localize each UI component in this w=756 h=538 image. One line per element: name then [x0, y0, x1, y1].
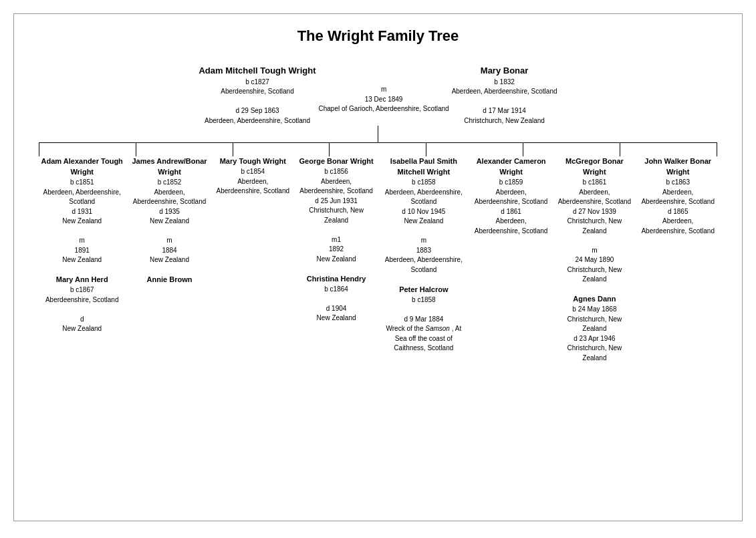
child-john-born-place: Aberdeen, Aberdeenshire, Scotland [640, 188, 716, 207]
child-drops [39, 143, 718, 156]
child-george-spouse-died-place: New Zealand [298, 313, 374, 323]
marriage-node: m 13 Dec 1849 Chapel of Garioch, Aberdee… [318, 65, 451, 114]
drop-5 [426, 143, 426, 156]
child-john-died: d 1865 [640, 207, 716, 217]
child-isabella-name: Isabella Paul Smith Mitchell Wright [382, 156, 466, 178]
child-isabella-spouse-born: b c1858 [382, 295, 466, 305]
drop-4 [329, 143, 330, 156]
father-born-place: Aberdeenshire, Scotland [199, 87, 316, 97]
mother-name: Mary Bonar [452, 65, 557, 78]
child-adam-m-label: m [40, 236, 124, 246]
child-isabella-m-date: 1883 [382, 246, 466, 256]
mother-born-place: Aberdeen, Aberdeenshire, Scotland [452, 87, 557, 97]
child-alexander: Alexander Cameron Wright b c1859 Aberdee… [472, 156, 551, 363]
child-james-spouse-name: Annie Brown [132, 275, 208, 285]
drop-8 [717, 143, 717, 156]
father-name: Adam Mitchell Tough Wright [199, 65, 316, 78]
child-george-died-place: Christchurch, New Zealand [298, 206, 374, 225]
child-adam-spouse-died-place: New Zealand [40, 324, 124, 334]
child-james: James Andrew/Bonar Wright b c1852 Aberde… [130, 156, 209, 363]
child-mcgregor-born-place: Aberdeen, Aberdeenshire, Scotland [556, 188, 632, 207]
child-adam-m-place: New Zealand [40, 255, 124, 265]
page-title: The Wright Family Tree [21, 27, 735, 45]
child-mary-born: b c1854 [215, 167, 291, 177]
child-george-born-place: Aberdeen, Aberdeenshire, Scotland [298, 177, 374, 196]
child-mcgregor-m-date: 24 May 1890 [556, 255, 632, 265]
drop-6 [523, 143, 523, 156]
child-alexander-died-place: Aberdeen, Aberdeenshire, Scotland [473, 217, 549, 236]
child-alexander-died: d 1861 [473, 207, 549, 217]
child-mcgregor-died: d 27 Nov 1939 [556, 207, 632, 217]
child-james-m-place: New Zealand [132, 255, 208, 265]
ship-name: Samson [425, 325, 450, 332]
child-mary-name: Mary Tough Wright [215, 156, 291, 167]
child-isabella-m-label: m [382, 236, 466, 246]
gen1-connector-vert [378, 126, 378, 142]
child-mcgregor-name: McGregor Bonar Wright [556, 156, 632, 178]
child-george-name: George Bonar Wright [298, 156, 374, 167]
marriage-label: m [319, 85, 449, 95]
child-george-born: b c1856 [298, 167, 374, 177]
child-john-name: John Walker Bonar Wright [640, 156, 716, 178]
child-adam-spouse-died: d [40, 315, 124, 325]
drop-7 [620, 143, 620, 156]
child-george-m-label: m1 [298, 235, 374, 245]
child-isabella-spouse-died: d 9 Mar 1884 [382, 315, 466, 325]
child-adam-spouse-born-place: Aberdeenshire, Scotland [40, 295, 124, 305]
father-born: b c1827 [199, 78, 316, 88]
child-isabella-born: b c1858 [382, 178, 466, 188]
drop-1 [39, 143, 39, 156]
children-connector-area [39, 142, 718, 156]
child-isabella-spouse-name: Peter Halcrow [382, 285, 466, 295]
father-died: d 29 Sep 1863 [199, 106, 316, 116]
child-adam-spouse-name: Mary Ann Herd [40, 275, 124, 285]
drop-2 [136, 143, 136, 156]
child-james-died: d 1935 [132, 207, 208, 217]
child-mcgregor-spouse-died: d 23 Apr 1946 [556, 334, 632, 344]
child-james-born: b c1852 [132, 178, 208, 188]
child-john-born: b c1863 [640, 178, 716, 188]
child-mcgregor-m-label: m [556, 246, 632, 256]
child-adam-name: Adam Alexander Tough Wright [40, 156, 124, 178]
father-died-place: Aberdeen, Aberdeenshire, Scotland [199, 116, 316, 126]
mother-born: b 1832 [452, 78, 557, 88]
child-mcgregor-born: b c1861 [556, 178, 632, 188]
mother-died: d 17 Mar 1914 [452, 106, 557, 116]
gen2-row: Adam Alexander Tough Wright b c1851 Aber… [39, 156, 718, 363]
child-james-m-date: 1884 [132, 246, 208, 256]
child-john-died-place: Aberdeen, Aberdeenshire, Scotland [640, 217, 716, 236]
child-adam-spouse-born: b c1867 [40, 285, 124, 295]
child-alexander-name: Alexander Cameron Wright [473, 156, 549, 178]
child-mary-born-place: Aberdeen, Aberdeenshire, Scotland [215, 177, 291, 196]
child-adam-born-place: Aberdeen, Aberdeenshire, Scotland [40, 188, 124, 207]
child-alexander-born-place: Aberdeen, Aberdeenshire, Scotland [473, 188, 549, 207]
page-border: The Wright Family Tree Adam Mitchell Tou… [13, 13, 743, 521]
child-adam-died: d 1931 [40, 207, 124, 217]
father-node: Adam Mitchell Tough Wright b c1827 Aberd… [197, 65, 317, 126]
child-mcgregor-spouse-born-place: Christchurch, New Zealand [556, 315, 632, 334]
child-george-m-date: 1892 [298, 245, 374, 255]
mother-died-place: Christchurch, New Zealand [452, 116, 557, 126]
child-adam-m-date: 1891 [40, 246, 124, 256]
child-alexander-born: b c1859 [473, 178, 549, 188]
child-george: George Bonar Wright b c1856 Aberdeen, Ab… [297, 156, 376, 363]
child-james-born-place: Aberdeen, Aberdeenshire, Scotland [132, 188, 208, 207]
child-isabella-died-place: New Zealand [382, 217, 466, 227]
drop-3 [233, 143, 233, 156]
child-john: John Walker Bonar Wright b c1863 Aberdee… [638, 156, 717, 363]
child-mcgregor: McGregor Bonar Wright b c1861 Aberdeen, … [555, 156, 634, 363]
child-isabella-born-place: Aberdeen, Aberdeenshire, Scotland [382, 188, 466, 207]
child-george-died: d 25 Jun 1931 [298, 196, 374, 207]
child-isabella-m-place: Aberdeen, Aberdeenshire, Scotland [382, 255, 466, 275]
child-george-spouse-name: Christina Hendry [298, 274, 374, 285]
child-mcgregor-spouse-born: b 24 May 1868 [556, 305, 632, 315]
marriage-date: 13 Dec 1849 [319, 95, 449, 105]
child-mcgregor-m-place: Christchurch, New Zealand [556, 265, 632, 285]
marriage-place: Chapel of Garioch, Aberdeenshire, Scotla… [319, 104, 449, 114]
child-james-m-label: m [132, 236, 208, 246]
child-george-m-place: New Zealand [298, 255, 374, 265]
child-isabella-spouse-died-place: Wreck of the Samson , At Sea off the coa… [382, 324, 466, 354]
child-george-spouse-died: d 1904 [298, 304, 374, 314]
child-adam: Adam Alexander Tough Wright b c1851 Aber… [39, 156, 126, 363]
child-mcgregor-spouse-name: Agnes Dann [556, 294, 632, 305]
